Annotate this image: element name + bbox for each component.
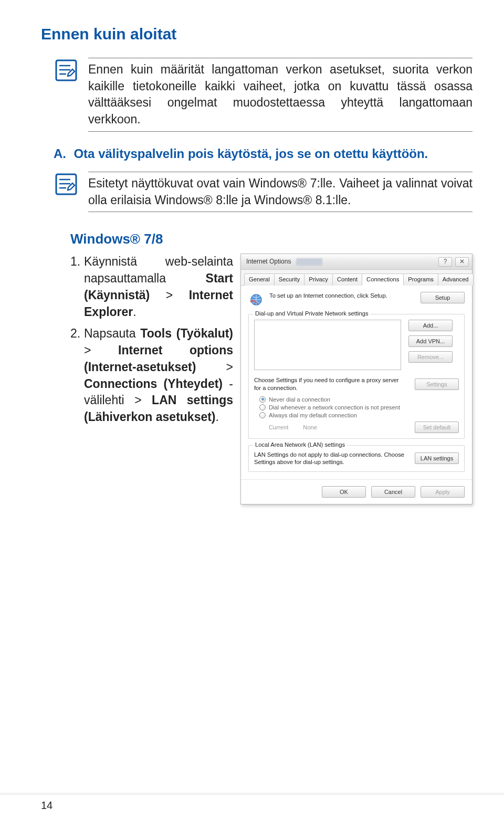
- radio-icon: [259, 396, 266, 403]
- section-a-label: A.: [54, 146, 66, 161]
- tab-general[interactable]: General: [244, 273, 275, 286]
- tab-strip: General Security Privacy Content Connect…: [241, 270, 472, 286]
- lan-text: LAN Settings do not apply to dial-up con…: [254, 451, 407, 466]
- set-default-button[interactable]: Set default: [415, 422, 459, 433]
- note-icon: [54, 58, 79, 85]
- radio-icon: [259, 412, 266, 418]
- proxy-text: Choose Settings if you need to configure…: [254, 376, 399, 392]
- group-dialup: Dial-up and Virtual Private Network sett…: [248, 314, 465, 438]
- help-button[interactable]: ?: [438, 257, 452, 267]
- divider: [88, 58, 472, 58]
- divider: [88, 172, 472, 172]
- add-button[interactable]: Add...: [408, 320, 453, 331]
- apply-button[interactable]: Apply: [421, 486, 465, 498]
- step-item: 2. Napsauta Tools (Työkalut) > Internet …: [70, 325, 233, 425]
- setup-button[interactable]: Setup: [421, 292, 465, 303]
- tab-advanced[interactable]: Advanced: [438, 273, 474, 286]
- step-number: 1.: [70, 254, 84, 320]
- cancel-button[interactable]: Cancel: [371, 486, 415, 498]
- radio-label: Dial whenever a network connection is no…: [269, 404, 400, 410]
- internet-options-dialog: Internet Options ? ✕ General Security Pr…: [240, 254, 472, 504]
- page-title: Ennen kuin aloitat: [41, 25, 472, 43]
- divider: [88, 131, 472, 132]
- titlebar[interactable]: Internet Options ? ✕: [241, 254, 472, 270]
- group-dialup-title: Dial-up and Virtual Private Network sett…: [253, 310, 371, 317]
- dial-radios: Never dial a connection Dial whenever a …: [254, 396, 459, 418]
- tab-programs[interactable]: Programs: [403, 273, 438, 286]
- subheading-windows: Windows® 7/8: [70, 231, 472, 247]
- divider: [88, 212, 472, 212]
- dialog-footer: OK Cancel Apply: [241, 479, 472, 504]
- blurred-text: [296, 258, 322, 266]
- close-button[interactable]: ✕: [455, 257, 469, 267]
- settings-button[interactable]: Settings: [415, 378, 459, 390]
- radio-label: Always dial my default connection: [269, 412, 357, 418]
- page-number: 14: [41, 799, 52, 812]
- step-item: 1. Käynnistä web-selainta napsauttamalla…: [70, 254, 233, 320]
- steps-list: 1. Käynnistä web-selainta napsauttamalla…: [70, 254, 233, 504]
- connections-listbox[interactable]: [254, 320, 401, 370]
- note-text-1: Ennen kuin määrität langattoman verkon a…: [88, 61, 472, 128]
- lan-settings-button[interactable]: LAN settings: [415, 452, 459, 464]
- radio-always[interactable]: Always dial my default connection: [259, 412, 459, 418]
- radio-whenever[interactable]: Dial whenever a network connection is no…: [259, 404, 459, 410]
- step-text: Napsauta Tools (Työkalut) > Internet opt…: [84, 325, 233, 425]
- radio-never[interactable]: Never dial a connection: [259, 396, 459, 403]
- step-number: 2.: [70, 325, 84, 425]
- ok-button[interactable]: OK: [322, 486, 366, 498]
- page-footer-shade: [0, 792, 504, 795]
- setup-text: To set up an Internet connection, click …: [269, 292, 415, 299]
- note-block-1: Ennen kuin määrität langattoman verkon a…: [54, 58, 472, 135]
- tab-connections[interactable]: Connections: [362, 273, 404, 286]
- note-text-2: Esitetyt näyttökuvat ovat vain Windows® …: [88, 175, 472, 208]
- section-a: A. Ota välityspalvelin pois käytöstä, jo…: [54, 146, 472, 161]
- tab-security[interactable]: Security: [274, 273, 304, 286]
- radio-label: Never dial a connection: [269, 396, 330, 403]
- radio-icon: [259, 404, 266, 410]
- tab-content[interactable]: Content: [332, 273, 362, 286]
- note-block-2: Esitetyt näyttökuvat ovat vain Windows® …: [54, 172, 472, 215]
- note-icon: [54, 172, 79, 199]
- current-value: None: [303, 424, 317, 430]
- step-text: Käynnistä web-selainta napsauttamalla St…: [84, 254, 233, 320]
- current-label: Current: [269, 424, 288, 430]
- globe-icon: [248, 292, 264, 308]
- group-lan: Local Area Network (LAN) settings LAN Se…: [248, 445, 465, 472]
- add-vpn-button[interactable]: Add VPN...: [408, 335, 453, 347]
- tab-privacy[interactable]: Privacy: [304, 273, 333, 286]
- remove-button[interactable]: Remove...: [408, 351, 453, 363]
- group-lan-title: Local Area Network (LAN) settings: [253, 441, 347, 448]
- dialog-title: Internet Options: [246, 258, 291, 265]
- section-a-text: Ota välityspalvelin pois käytöstä, jos s…: [74, 146, 428, 161]
